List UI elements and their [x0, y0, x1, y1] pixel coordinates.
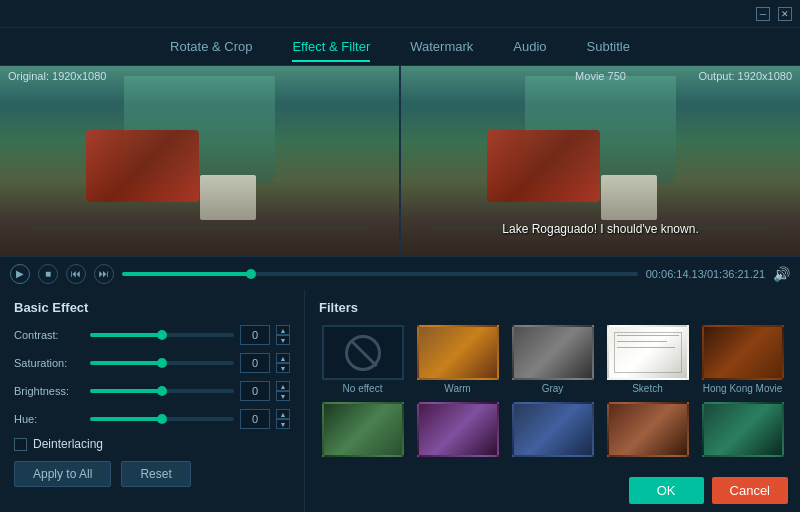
deinterlacing-checkbox[interactable] — [14, 438, 27, 451]
filter-sketch-label: Sketch — [632, 383, 663, 394]
tab-watermark[interactable]: Watermark — [410, 33, 473, 60]
filter-row2-2[interactable] — [414, 402, 501, 460]
saturation-down[interactable]: ▼ — [276, 363, 290, 373]
saturation-label: Saturation: — [14, 357, 84, 369]
filters-panel: Filters No effect Warm Gray — [305, 290, 800, 512]
filters-grid: No effect Warm Gray Sketch — [319, 325, 786, 460]
hue-label: Hue: — [14, 413, 84, 425]
contrast-up[interactable]: ▲ — [276, 325, 290, 335]
apply-all-button[interactable]: Apply to All — [14, 461, 111, 487]
contrast-value: 0 — [240, 325, 270, 345]
hue-spinner: ▲ ▼ — [276, 409, 290, 429]
tab-effect-filter[interactable]: Effect & Filter — [292, 33, 370, 60]
dialog-footer: OK Cancel — [617, 469, 800, 512]
filter-hk-label: Hong Kong Movie — [703, 383, 783, 394]
filter-warm-thumb — [417, 325, 499, 380]
subtitle-overlay: Lake Rogaguado! I should've known. — [401, 222, 800, 236]
saturation-thumb — [157, 358, 167, 368]
tab-rotate-crop[interactable]: Rotate & Crop — [170, 33, 252, 60]
saturation-fill — [90, 361, 162, 365]
filter-row2-1[interactable] — [319, 402, 406, 460]
original-video-panel: Original: 1920x1080 👁 — [0, 66, 399, 256]
deinterlacing-label: Deinterlacing — [33, 437, 103, 451]
filter-no-effect-thumb — [322, 325, 404, 380]
filter-warm[interactable]: Warm — [414, 325, 501, 394]
filter-sketch[interactable]: Sketch — [604, 325, 691, 394]
effect-action-buttons: Apply to All Reset — [14, 461, 290, 487]
filter-row2d-thumb — [607, 402, 689, 457]
filter-row2b-thumb — [417, 402, 499, 457]
prev-button[interactable]: ⏮ — [66, 264, 86, 284]
progress-fill — [122, 272, 251, 276]
output-video-scene: Lake Rogaguado! I should've known. — [401, 66, 800, 256]
contrast-thumb — [157, 330, 167, 340]
movie-title-label: Movie 750 — [575, 70, 626, 82]
contrast-label: Contrast: — [14, 329, 84, 341]
hue-thumb — [157, 414, 167, 424]
filter-no-effect-label: No effect — [343, 383, 383, 394]
original-video-scene — [0, 66, 399, 256]
tab-subtitle[interactable]: Subtitle — [587, 33, 630, 60]
window-controls: ─ ✕ — [756, 7, 792, 21]
filter-warm-label: Warm — [444, 383, 470, 394]
filter-row2c-thumb — [512, 402, 594, 457]
saturation-spinner: ▲ ▼ — [276, 353, 290, 373]
saturation-up[interactable]: ▲ — [276, 353, 290, 363]
progress-bar[interactable] — [122, 272, 638, 276]
minimize-button[interactable]: ─ — [756, 7, 770, 21]
play-button[interactable]: ▶ — [10, 264, 30, 284]
cancel-button[interactable]: Cancel — [712, 477, 788, 504]
controls-bar: ▶ ■ ⏮ ⏭ 00:06:14.13/01:36:21.21 🔊 — [0, 256, 800, 290]
ok-button[interactable]: OK — [629, 477, 704, 504]
filter-gray[interactable]: Gray — [509, 325, 596, 394]
filter-row2-4[interactable] — [604, 402, 691, 460]
brightness-down[interactable]: ▼ — [276, 391, 290, 401]
brightness-thumb — [157, 386, 167, 396]
filter-sketch-thumb — [607, 325, 689, 380]
tab-bar: Rotate & Crop Effect & Filter Watermark … — [0, 28, 800, 66]
tab-audio[interactable]: Audio — [513, 33, 546, 60]
close-button[interactable]: ✕ — [778, 7, 792, 21]
hue-fill — [90, 417, 162, 421]
contrast-slider[interactable] — [90, 333, 234, 337]
hue-value: 0 — [240, 409, 270, 429]
saturation-slider[interactable] — [90, 361, 234, 365]
saturation-value: 0 — [240, 353, 270, 373]
hue-row: Hue: 0 ▲ ▼ — [14, 409, 290, 429]
brightness-up[interactable]: ▲ — [276, 381, 290, 391]
volume-icon[interactable]: 🔊 — [773, 266, 790, 282]
filter-gray-label: Gray — [542, 383, 564, 394]
progress-thumb — [246, 269, 256, 279]
time-display: 00:06:14.13/01:36:21.21 — [646, 268, 765, 280]
brightness-label: Brightness: — [14, 385, 84, 397]
filter-hk-thumb — [702, 325, 784, 380]
filter-hk-movie[interactable]: Hong Kong Movie — [699, 325, 786, 394]
saturation-row: Saturation: 0 ▲ ▼ — [14, 353, 290, 373]
hue-slider[interactable] — [90, 417, 234, 421]
next-button[interactable]: ⏭ — [94, 264, 114, 284]
filter-row2-3[interactable] — [509, 402, 596, 460]
contrast-fill — [90, 333, 162, 337]
output-video-panel: Movie 750 Output: 1920x1080 Lake Rogagua… — [399, 66, 800, 256]
basic-effect-panel: Basic Effect Contrast: 0 ▲ ▼ Saturation:… — [0, 290, 305, 512]
brightness-fill — [90, 389, 162, 393]
filter-row2-5[interactable] — [699, 402, 786, 460]
brightness-spinner: ▲ ▼ — [276, 381, 290, 401]
output-label: Output: 1920x1080 — [698, 70, 792, 82]
title-bar: ─ ✕ — [0, 0, 800, 28]
hue-up[interactable]: ▲ — [276, 409, 290, 419]
contrast-down[interactable]: ▼ — [276, 335, 290, 345]
contrast-spinner: ▲ ▼ — [276, 325, 290, 345]
stop-button[interactable]: ■ — [38, 264, 58, 284]
filter-row2e-thumb — [702, 402, 784, 457]
reset-button[interactable]: Reset — [121, 461, 190, 487]
video-area: Original: 1920x1080 👁 Movie 750 Output: … — [0, 66, 800, 256]
no-effect-icon — [345, 335, 381, 371]
original-label: Original: 1920x1080 — [8, 70, 106, 82]
brightness-slider[interactable] — [90, 389, 234, 393]
main-content: Basic Effect Contrast: 0 ▲ ▼ Saturation:… — [0, 290, 800, 512]
filter-no-effect[interactable]: No effect — [319, 325, 406, 394]
deinterlacing-row: Deinterlacing — [14, 437, 290, 451]
brightness-row: Brightness: 0 ▲ ▼ — [14, 381, 290, 401]
hue-down[interactable]: ▼ — [276, 419, 290, 429]
